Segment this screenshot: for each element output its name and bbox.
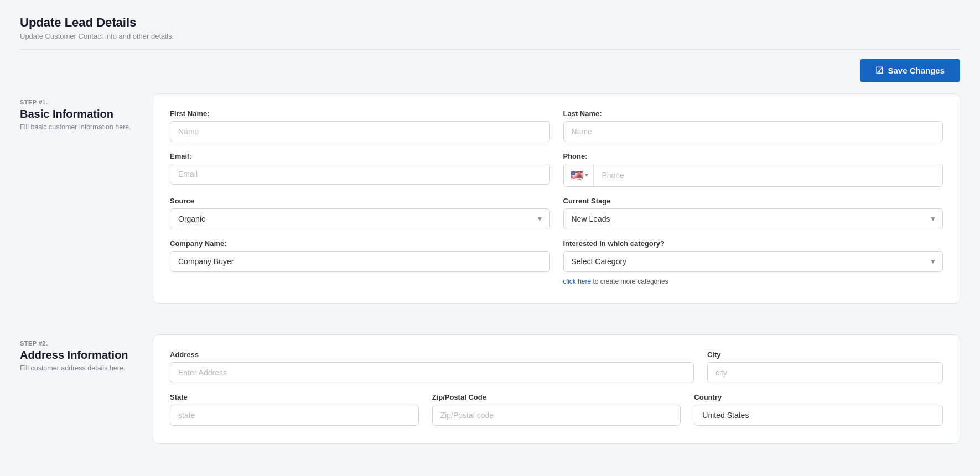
email-phone-row: Email: Phone: 🇺🇸 ▼ [170,152,943,187]
step1-label: STEP #1. [20,99,153,106]
phone-flag-selector[interactable]: 🇺🇸 ▼ [564,164,594,186]
country-input[interactable] [694,405,943,426]
name-row: First Name: Last Name: [170,109,943,142]
zip-label: Zip/Postal Code [432,393,681,401]
company-group: Company Name: [170,239,550,285]
page-header: Update Lead Details Update Customer Cont… [20,15,960,50]
address-info-card: Address City State Zip/Postal Code [153,334,960,444]
step2-desc: Fill customer address details here. [20,364,153,372]
source-group: Source Organic Paid Referral Social Medi… [170,197,550,229]
flag-dropdown-arrow: ▼ [584,172,589,178]
category-label: Interested in which category? [563,239,943,248]
save-label: Save Changes [888,66,945,75]
step1-title: Basic Information [20,108,153,121]
stage-label: Current Stage [563,197,943,205]
page-subtitle: Update Customer Contact info and other d… [20,32,960,40]
phone-label: Phone: [563,152,943,160]
country-group: Country [694,393,943,426]
phone-field: 🇺🇸 ▼ [563,164,943,187]
zip-input[interactable] [432,405,681,426]
state-group: State [170,393,419,426]
basic-info-card: First Name: Last Name: Email: Phone: [153,93,960,304]
category-hint-suffix: to create more categories [591,278,668,285]
create-category-link[interactable]: click here [563,278,592,285]
stage-group: Current Stage New Leads Contacted Qualif… [563,197,943,229]
page-wrapper: Update Lead Details Update Customer Cont… [0,0,980,476]
zip-group: Zip/Postal Code [432,393,681,426]
phone-group: Phone: 🇺🇸 ▼ [563,152,943,187]
address-input[interactable] [170,362,694,383]
step1-desc: Fill basic customer information here. [20,123,153,131]
source-stage-row: Source Organic Paid Referral Social Medi… [170,197,943,229]
basic-info-section: STEP #1. Basic Information Fill basic cu… [20,93,960,319]
company-input[interactable] [170,251,550,272]
category-hint: click here to create more categories [563,278,943,285]
email-input[interactable] [170,164,550,185]
phone-input[interactable] [594,165,942,185]
company-label: Company Name: [170,239,550,248]
email-label: Email: [170,152,550,160]
category-select[interactable]: Select Category [563,251,943,272]
email-group: Email: [170,152,550,187]
country-label: Country [694,393,943,401]
stage-select-wrapper: New Leads Contacted Qualified Proposal C… [563,208,943,229]
city-input[interactable] [707,362,943,383]
category-group: Interested in which category? Select Cat… [563,239,943,285]
city-group: City [707,351,943,383]
stage-select[interactable]: New Leads Contacted Qualified Proposal C… [563,208,943,229]
state-label: State [170,393,419,401]
last-name-group: Last Name: [563,109,943,142]
step2-title: Address Information [20,349,153,362]
address-section: STEP #2. Address Information Fill custom… [20,334,960,444]
address-group: Address [170,351,694,383]
source-select-wrapper: Organic Paid Referral Social Media Other… [170,208,550,229]
last-name-input[interactable] [563,121,943,142]
save-icon: ☑ [875,65,883,76]
step2-sidebar: STEP #2. Address Information Fill custom… [20,334,153,444]
us-flag-icon: 🇺🇸 [571,169,583,181]
top-bar: ☑ Save Changes [20,59,960,82]
company-category-row: Company Name: Interested in which catego… [170,239,943,285]
category-select-wrapper: Select Category ▼ [563,251,943,272]
first-name-label: First Name: [170,109,550,118]
source-label: Source [170,197,550,205]
state-zip-country-row: State Zip/Postal Code Country [170,393,943,426]
step2-label: STEP #2. [20,340,153,347]
city-label: City [707,351,943,359]
source-select[interactable]: Organic Paid Referral Social Media Other [170,208,550,229]
page-title: Update Lead Details [20,15,960,30]
first-name-input[interactable] [170,121,550,142]
step1-sidebar: STEP #1. Basic Information Fill basic cu… [20,93,153,319]
save-changes-button[interactable]: ☑ Save Changes [860,59,960,82]
last-name-label: Last Name: [563,109,943,118]
first-name-group: First Name: [170,109,550,142]
address-label: Address [170,351,694,359]
state-input[interactable] [170,405,419,426]
address-city-row: Address City [170,351,943,383]
